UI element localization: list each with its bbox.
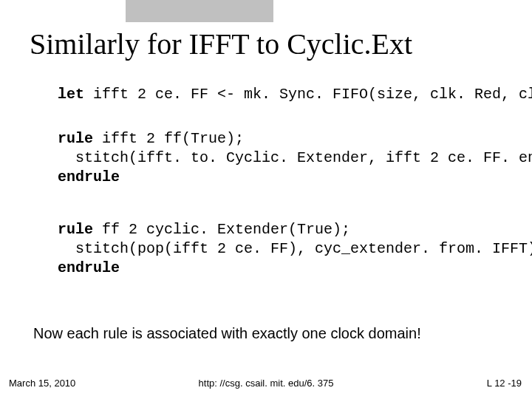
- code-line: ifft 2 ff(True);: [93, 130, 244, 147]
- code-line: ff 2 cyclic. Extender(True);: [93, 221, 350, 238]
- slide-title: Similarly for IFFT to Cyclic.Ext: [30, 27, 502, 61]
- code-block-1: let ifft 2 ce. FF <- mk. Sync. FIFO(size…: [58, 85, 510, 104]
- keyword-rule: rule: [58, 221, 93, 238]
- keyword-rule: rule: [58, 130, 93, 147]
- footer-url: http: //csg. csail. mit. edu/6. 375: [0, 378, 532, 389]
- code-block-2: rule ifft 2 ff(True); stitch(ifft. to. C…: [58, 129, 510, 187]
- keyword-endrule: endrule: [58, 259, 120, 276]
- slide: Similarly for IFFT to Cyclic.Ext let iff…: [0, 0, 532, 399]
- caption-text: Now each rule is associated with exactly…: [33, 325, 510, 342]
- keyword-let: let: [58, 86, 84, 103]
- code-line: stitch(pop(ifft 2 ce. FF), cyc_extender.…: [58, 240, 532, 257]
- code-line: stitch(ifft. to. Cyclic. Extender, ifft …: [58, 149, 532, 166]
- code-block-3: rule ff 2 cyclic. Extender(True); stitch…: [58, 220, 510, 278]
- footer-page: L 12 -19: [487, 378, 522, 389]
- keyword-endrule: endrule: [58, 168, 120, 185]
- code-line: ifft 2 ce. FF <- mk. Sync. FIFO(size, cl…: [84, 86, 532, 103]
